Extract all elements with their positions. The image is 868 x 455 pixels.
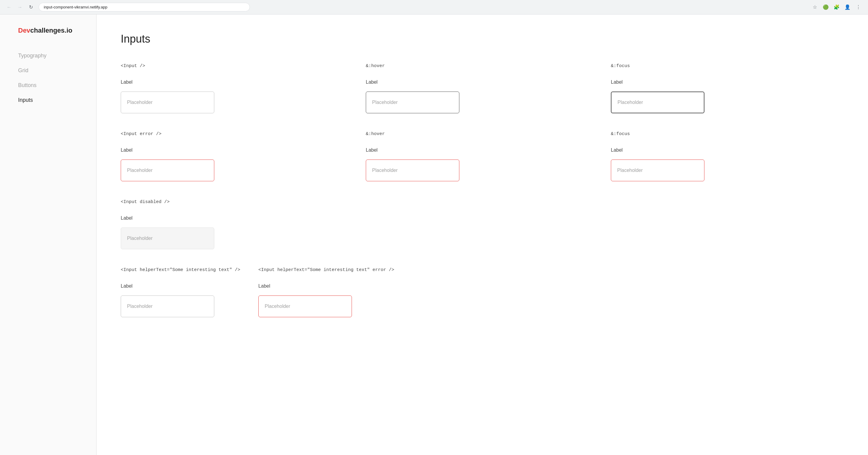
sidebar-item-inputs[interactable]: Inputs — [18, 97, 78, 103]
helper-normal-column: <Input helperText="Some interesting text… — [121, 267, 240, 317]
error-hover-tag: &:hover — [366, 132, 599, 137]
helper-error-input[interactable] — [258, 295, 352, 317]
disabled-input-section: <Input disabled /> Label — [121, 199, 844, 249]
error-focus-label: Label — [611, 147, 844, 153]
normal-tag: <Input /> — [121, 63, 354, 68]
menu-button[interactable]: ⋮ — [854, 2, 863, 12]
logo[interactable]: Devchallenges.io — [18, 27, 78, 34]
helper-tag: <Input helperText="Some interesting text… — [121, 267, 240, 273]
helper-input-section: <Input helperText="Some interesting text… — [121, 267, 844, 317]
normal-focus-tag: &:focus — [611, 63, 844, 68]
normal-focus-column: &:focus Label — [611, 63, 844, 113]
normal-hover-label: Label — [366, 80, 599, 85]
url-text: input-component-vikramvi.netlify.app — [44, 5, 245, 9]
error-input-section: <Input error /> Label &:hover Label &:fo… — [121, 132, 844, 181]
normal-hover-input[interactable] — [366, 91, 459, 113]
extension-button-2[interactable]: 🧩 — [832, 2, 841, 12]
normal-default-column: <Input /> Label — [121, 63, 354, 113]
sidebar-item-buttons[interactable]: Buttons — [18, 82, 78, 88]
error-hover-input[interactable] — [366, 160, 459, 181]
helper-label: Label — [121, 283, 240, 289]
normal-input-section: <Input /> Label &:hover Label &:focus La… — [121, 63, 844, 113]
error-input[interactable] — [121, 160, 214, 181]
error-hover-column: &:hover Label — [366, 132, 599, 181]
helper-error-label: Label — [258, 283, 394, 289]
sidebar: Devchallenges.io Typography Grid Buttons… — [0, 15, 97, 455]
error-hover-label: Label — [366, 147, 599, 153]
helper-error-column: <Input helperText="Some interesting text… — [258, 267, 394, 317]
normal-label: Label — [121, 80, 354, 85]
error-label: Label — [121, 147, 354, 153]
error-focus-column: &:focus Label — [611, 132, 844, 181]
error-default-column: <Input error /> Label — [121, 132, 354, 181]
star-button[interactable]: ☆ — [810, 2, 820, 12]
normal-focus-label: Label — [611, 80, 844, 85]
nav-list: Typography Grid Buttons Inputs — [18, 53, 78, 103]
helper-error-tag: <Input helperText="Some interesting text… — [258, 267, 394, 273]
logo-rest: challenges.io — [30, 27, 72, 34]
normal-input[interactable] — [121, 91, 214, 113]
disabled-column: <Input disabled /> Label — [121, 199, 223, 249]
reload-button[interactable]: ↻ — [27, 3, 35, 11]
address-bar[interactable]: input-component-vikramvi.netlify.app — [39, 3, 250, 11]
normal-hover-tag: &:hover — [366, 63, 599, 68]
back-button[interactable]: ← — [5, 3, 13, 11]
browser-nav-buttons: ← → ↻ — [5, 3, 35, 11]
page-title: Inputs — [121, 33, 844, 45]
error-tag: <Input error /> — [121, 132, 354, 137]
extension-button-1[interactable]: 🟢 — [821, 2, 831, 12]
error-focus-input[interactable] — [611, 160, 705, 181]
logo-dev: Dev — [18, 27, 30, 34]
disabled-label: Label — [121, 216, 223, 221]
normal-focus-input[interactable] — [611, 91, 705, 113]
browser-chrome: ← → ↻ input-component-vikramvi.netlify.a… — [0, 0, 868, 15]
main-content: Inputs <Input /> Label &:hover Label &:f… — [97, 15, 868, 455]
sidebar-item-typography[interactable]: Typography — [18, 53, 78, 59]
disabled-tag: <Input disabled /> — [121, 199, 223, 204]
extension-button-3[interactable]: 👤 — [843, 2, 852, 12]
browser-actions: ☆ 🟢 🧩 👤 ⋮ — [810, 2, 863, 12]
normal-hover-column: &:hover Label — [366, 63, 599, 113]
helper-input[interactable] — [121, 295, 214, 317]
app-container: Devchallenges.io Typography Grid Buttons… — [0, 15, 868, 455]
sidebar-item-grid[interactable]: Grid — [18, 67, 78, 74]
forward-button[interactable]: → — [16, 3, 24, 11]
disabled-input — [121, 227, 214, 249]
error-focus-tag: &:focus — [611, 132, 844, 137]
